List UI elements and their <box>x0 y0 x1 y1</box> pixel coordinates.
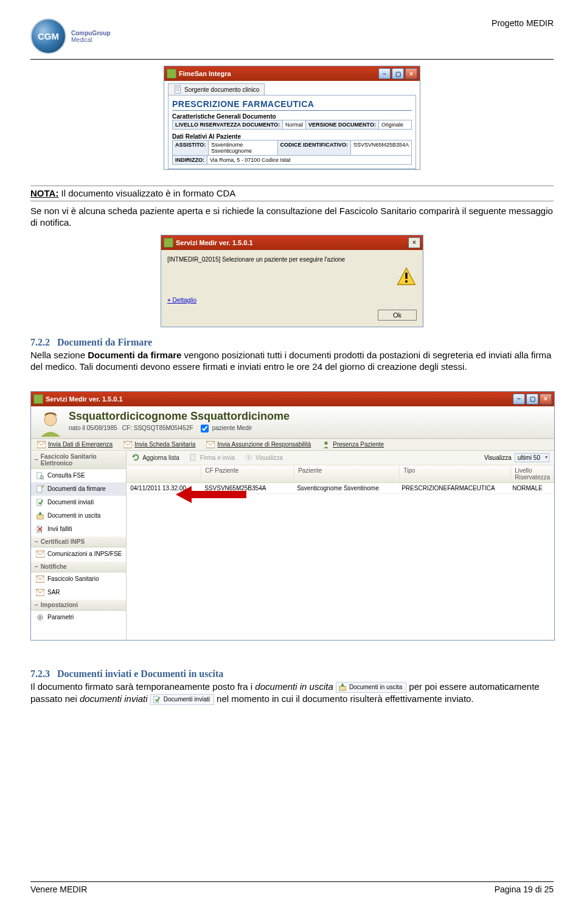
firma-invia-button[interactable]: Firma e invia <box>189 453 235 462</box>
svg-rect-18 <box>37 515 44 519</box>
nav-group-fse[interactable]: −Fascicolo Sanitario Elettronico <box>31 451 126 469</box>
nav-documenti-in-uscita[interactable]: Documenti in uscita <box>31 509 126 523</box>
paziente-medir-checkbox[interactable] <box>201 425 209 432</box>
refresh-icon <box>131 453 140 462</box>
heading-num: 7.2.3 <box>30 669 50 679</box>
btn-label: Visualizza <box>255 454 283 461</box>
nav-label: Comunicazioni a INPS/FSE <box>47 551 122 557</box>
project-name: Progetto MEDIR <box>492 18 554 28</box>
maximize-button[interactable]: ▢ <box>392 68 404 79</box>
visualizza-label: Visualizza <box>484 454 512 461</box>
cgm-badge: CGM <box>30 18 66 54</box>
patient-avatar <box>37 410 64 437</box>
col-paziente[interactable]: Paziente <box>294 465 400 482</box>
s3-title: Servizi Medir ver. 1.5.0.1 <box>46 395 123 403</box>
visualizza-select[interactable]: ultimi 50 <box>515 453 549 462</box>
prescrizione-heading: PRESCRIZIONE FARMACEUTICA <box>172 99 412 109</box>
nav-label: Documenti inviati <box>47 499 94 505</box>
patient-name: Ssquattordicicognome Ssquattordicinome <box>37 410 548 423</box>
nav-group-inps[interactable]: −Certificati INPS <box>31 536 126 547</box>
sec723-body: Il documento firmato sarà temporaneament… <box>30 681 554 705</box>
sent-doc-icon <box>153 695 161 704</box>
col-cf[interactable]: CF Paziente <box>201 465 294 482</box>
fimesan-titlebar: FimeSan Integra – ▢ × <box>164 66 420 81</box>
dettaglio-link[interactable]: + Dettaglio <box>167 297 417 304</box>
codice-value: SSVSVN65M25B354A <box>351 141 411 155</box>
nav-comunicazioni-inps[interactable]: Comunicazioni a INPS/FSE <box>31 547 126 561</box>
heading-7-2-3: 7.2.3 Documenti inviati e Documenti in u… <box>30 669 554 679</box>
snip-documenti-inviati: Documenti inviati <box>150 694 214 705</box>
block2-label: Dati Relativi Al Paziente <box>172 133 412 140</box>
btn-label: Aggiorna lista <box>142 454 179 461</box>
snip-label: Documenti inviati <box>164 695 210 703</box>
screenshot-dialog: Servizi Medir ver. 1.5.0.1 × [INTMEDIR_0… <box>161 235 423 327</box>
grp-label: Notifiche <box>41 563 67 570</box>
envelope-icon <box>36 550 44 558</box>
fimesan-title: FimeSan Integra <box>179 70 231 77</box>
nav-notif-fascicolo[interactable]: Fascicolo Sanitario <box>31 572 126 586</box>
link-dati-emergenza[interactable]: Invia Dati di Emergenza <box>37 441 113 448</box>
grp-label: Impostazioni <box>41 602 78 608</box>
btn-label: Firma e invia <box>200 454 235 461</box>
nav-notif-sar[interactable]: SAR <box>31 586 126 599</box>
nav-consulta-fse[interactable]: Consulta FSE <box>31 469 126 482</box>
brand-logo: CGM CompuGroup Medical <box>30 18 110 54</box>
nav-label: Documenti da firmare <box>47 485 106 492</box>
nav-label: Fascicolo Sanitario <box>47 575 99 582</box>
dialog-close-button[interactable]: × <box>408 237 420 248</box>
nav-group-impostazioni[interactable]: −Impostazioni <box>31 599 126 611</box>
close-button[interactable]: × <box>405 68 417 79</box>
minimize-button[interactable]: – <box>513 394 525 405</box>
warning-icon <box>396 266 417 287</box>
failed-icon <box>36 525 44 533</box>
footer-left: Venere MEDIR <box>30 884 87 894</box>
sidebar: −Fascicolo Sanitario Elettronico Consult… <box>31 451 127 640</box>
cell-tipo: PRESCRIZIONEFARMACEUTICA <box>398 483 509 493</box>
document-icon <box>173 85 182 94</box>
col-livello[interactable]: Livello Riservatezza <box>511 465 554 482</box>
snip-documenti-uscita: Documenti in uscita <box>336 682 406 693</box>
gear-icon <box>36 613 44 622</box>
nav-label: SAR <box>47 589 60 596</box>
nav-group-notifiche[interactable]: −Notifiche <box>31 561 126 572</box>
versione-value: Originale <box>379 120 411 129</box>
grp-label: Fascicolo Sanitario Elettronico <box>41 453 122 467</box>
tab-sorgente[interactable]: Sorgente documento clinico <box>168 83 265 95</box>
link-presenza-paziente[interactable]: Presenza Paziente <box>322 441 384 448</box>
nav-documenti-da-firmare[interactable]: Documenti da firmare <box>31 482 126 496</box>
link-label: Invia Dati di Emergenza <box>48 441 113 448</box>
visualizza-button[interactable]: Visualizza <box>245 453 283 462</box>
link-assunzione[interactable]: Invia Assunzione di Responsabilità <box>206 441 311 448</box>
t: documenti inviati <box>80 693 148 704</box>
col-date[interactable] <box>127 465 201 482</box>
link-scheda-sanitaria[interactable]: Invia Scheda Sanitaria <box>123 441 195 448</box>
dialog-title: Servizi Medir ver. 1.5.0.1 <box>176 239 253 246</box>
nav-parametri[interactable]: Parametri <box>31 611 126 624</box>
ok-button[interactable]: Ok <box>378 310 417 321</box>
page-footer: Venere MEDIR Pagina 19 di 25 <box>30 881 554 894</box>
nav-documenti-inviati[interactable]: Documenti inviati <box>31 496 126 509</box>
minimize-button[interactable]: – <box>378 68 391 79</box>
svg-rect-5 <box>405 273 407 279</box>
nota-label: NOTA: <box>30 188 58 198</box>
aggiorna-lista-button[interactable]: Aggiorna lista <box>131 453 179 462</box>
s3-titlebar: Servizi Medir ver. 1.5.0.1 – ▢ × <box>31 392 554 406</box>
svg-point-29 <box>248 456 250 459</box>
snip-label: Documenti in uscita <box>349 683 402 691</box>
maximize-button[interactable]: ▢ <box>526 394 538 405</box>
envelope-icon <box>36 575 44 583</box>
close-button[interactable]: × <box>540 394 552 405</box>
nav-invii-falliti[interactable]: Invii falliti <box>31 523 126 536</box>
cell-paziente: Ssventicognome Ssventinome <box>293 483 398 493</box>
highlight-arrow-icon <box>176 486 192 503</box>
highlight-arrow-shaft <box>192 491 246 498</box>
heading-title: Documenti da Firmare <box>57 337 152 347</box>
envelope-icon <box>37 441 46 448</box>
svg-line-14 <box>43 478 44 479</box>
sent-doc-icon <box>36 498 44 507</box>
app-icon <box>164 238 173 248</box>
link-label: Presenza Paziente <box>333 441 384 448</box>
col-tipo[interactable]: Tipo <box>400 465 511 482</box>
nav-label: Invii falliti <box>47 526 72 532</box>
meta-nato: nato il 05/08/1985 <box>69 425 117 431</box>
